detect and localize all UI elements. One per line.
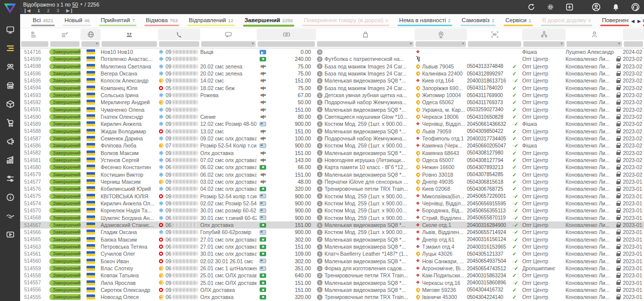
filter-dropdown-icon[interactable]: ▼ [95,42,99,45]
filter-dropdown-icon[interactable]: ▼ [560,42,564,45]
tab-4[interactable]: Відмова763 [140,14,183,28]
table-row[interactable]: 514555ЗавершенийНовосад Олеся06Олх доста… [20,293,644,300]
table-row[interactable]: 514587ЗавершенийСеменюк Дарина✻0909.02 с… [20,135,644,142]
sidebar-item-products[interactable] [0,95,20,113]
page-size-dropdown[interactable]: 50 [72,2,78,8]
tab-8[interactable]: Нема в наявності2 [393,14,456,28]
table-row[interactable]: 514579ЗавершенийКостишин Виктор✻0906.02 … [20,171,644,178]
table-row[interactable]: 514599ЗавершенийПотапенко Анастас...✻092… [20,55,644,62]
sidebar-item-info[interactable] [0,188,20,206]
column-filter-input[interactable] [258,41,315,47]
page-button-1[interactable]: 1 [37,8,40,13]
table-row[interactable]: 514576ЗавершенийКобилинський Юрий✻0604.0… [20,185,644,192]
table-row[interactable]: 514580ЗавершенийФесенко Константин✻0606.… [20,164,644,171]
tabs-scroll-left[interactable]: ◀ [631,19,634,24]
filter-dropdown-icon[interactable]: ▼ [617,42,621,45]
table-row[interactable]: 514594ЗавершенийКомпанец Юля0518.02 смс … [20,85,644,92]
column-filter-input[interactable]: ▼ [82,41,100,47]
filter-dropdown-icon[interactable]: ▼ [409,42,413,45]
column-filter-input[interactable] [468,41,521,47]
sidebar-item-dashboard[interactable] [0,20,20,39]
table-row[interactable]: 514575ЗавершенийКВІТОВСЬКА ЮЛІЯ09Розмір … [20,193,644,200]
table-row[interactable]: 514560ЗавершенийБокоч Иван0902.02 30.01 … [20,258,644,265]
settings-button[interactable] [546,3,554,11]
table-row[interactable]: 514558ЗавершенийКовпак Татьяна0925.01 см… [20,272,644,279]
tab-10[interactable]: Сервіси1 [500,14,536,28]
column-payment[interactable] [257,29,316,40]
table-row[interactable]: 514568ЗавершенийШумляс Богдана Ан...✻063… [20,214,644,221]
column-filter-input[interactable] [624,41,643,47]
sidebar-item-tutorials[interactable] [0,225,20,244]
tab-5[interactable]: Відправлений12 [183,14,239,28]
table-row[interactable]: 514593ЗавершенийСольська Ірина✻09Рожеваo… [20,92,644,99]
sidebar-item-automation[interactable] [0,169,20,188]
table-row[interactable]: 514570ЗавершенийКорнелюк Надія Та...✻093… [20,207,644,214]
sidebar-item-showcase[interactable] [0,76,20,95]
notifications-button[interactable] [612,3,620,12]
sidebar-item-partners[interactable] [0,206,20,225]
sidebar-item-marketing[interactable] [0,132,20,150]
table-row[interactable]: 514590ЗавершенийГнатюк Олексндр✻06Синиеo… [20,113,644,120]
tab-9[interactable]: Самовивіз2 [456,14,500,28]
support-button[interactable] [631,3,640,12]
add-order-button[interactable] [566,3,574,11]
column-delivery[interactable] [415,29,467,40]
tab-6[interactable]: Завершений2256 [239,14,298,28]
table-row[interactable]: 514563ЗавершенийПетровська Тетяна0627.01… [20,243,644,250]
page-button-3[interactable]: 3 [57,8,59,13]
column-status[interactable] [49,29,80,40]
column-filter-input[interactable]: ▼ [416,41,466,47]
table-row[interactable]: 514557ЗавершенийЛила Ярослав0925.01 смс … [20,279,644,286]
column-date[interactable] [623,29,644,40]
tab-3[interactable]: Прийнятий7 [95,14,140,28]
column-filter-input[interactable] [102,41,157,47]
column-filter-input[interactable] [21,41,48,47]
column-filter-input[interactable] [159,41,199,47]
column-filter-input[interactable]: ▼ [567,41,622,47]
table-row[interactable]: 514567ЗавершенийАдамовский Станис...06Ол… [20,221,644,229]
refresh-button[interactable] [527,3,535,11]
column-comment[interactable] [200,29,257,40]
table-row[interactable]: 514559ЗавершенийВлас Слотюу0626.01 смс 1… [20,265,644,272]
first-page-button[interactable]: ❙◀ [23,8,30,13]
table-row[interactable]: 514588ЗавершенийЖидак Володимир0613.02 с… [20,128,644,135]
filter-dropdown-icon[interactable]: ▼ [461,42,465,45]
table-row[interactable]: 514589ЗавершенийКирилич Анжела✻0912.02 с… [20,120,644,127]
column-id[interactable]: ID [20,29,49,40]
table-row[interactable]: 514582ЗавершенийВолков Максим✻09Олх дост… [20,149,644,157]
column-client[interactable] [101,29,158,40]
table-row[interactable]: 514592ЗавершенийМерклингер Андрей09o|=50… [20,99,644,106]
column-filter-input[interactable] [50,41,79,47]
last-page-button[interactable]: ▶❙ [66,8,73,13]
column-filter-input[interactable]: ▼ [523,41,565,47]
column-filter-input[interactable]: ▼ [201,41,256,47]
sidebar-item-orders[interactable] [0,39,20,57]
sidebar-item-procurement[interactable] [0,113,20,132]
sidebar-item-statistics[interactable] [0,150,20,169]
column-country[interactable] [80,29,101,40]
column-products[interactable] [316,29,415,40]
table-row[interactable]: 514556ЗавершенийСиротюк Олександр09ОЛХ д… [20,286,644,293]
table-row[interactable]: 514565ЗавершенийБаюка Максим0627.01 смс … [20,236,644,243]
table-row[interactable]: 514586ЗавершенийФіліпова Люба07Розмір 52… [20,142,644,149]
column-manager[interactable] [566,29,623,40]
table-row[interactable]: 514561ЗавершенийСучилов Олег0630.01 смс … [20,250,644,257]
tabs-scroll-right[interactable]: ▶ [637,19,641,24]
table-row[interactable]: 514598ЗавершенийМалютина Светлана✻0920.0… [20,63,644,70]
filter-dropdown-icon[interactable]: ▼ [251,42,255,45]
tab-11[interactable]: В дорозі додому0 [537,14,597,28]
app-logo[interactable] [0,0,20,17]
sidebar-item-clients[interactable] [0,57,20,76]
table-row[interactable]: 514595ЗавершенийКолосок Александр0914.02… [20,77,644,84]
column-phone[interactable] [158,29,200,40]
table-row[interactable]: 514577ЗавершенийЧерниш Максим0903.02 смс… [20,178,644,185]
page-button-2[interactable]: 2 [47,8,49,13]
tab-1[interactable]: Всі4521 [27,14,59,28]
column-sales-channel[interactable] [522,29,566,40]
table-row[interactable]: 514591ЗавершенийЧумаченко Олена✻09o|=151… [20,106,644,113]
table-row[interactable]: 514716ЗавершенийНов10 Нов10✻09Выцв0.000❖… [20,48,644,55]
tab-7[interactable]: Повернення товару (в дорозі)0 [298,14,393,28]
table-row[interactable]: 514574ЗавершенийКирилич Анжела Ол...✻090… [20,200,644,207]
table-row[interactable]: 514596ЗавершенийВегера Оксана✻0920.02 см… [20,70,644,77]
column-filter-input[interactable]: ▼ [317,41,414,47]
